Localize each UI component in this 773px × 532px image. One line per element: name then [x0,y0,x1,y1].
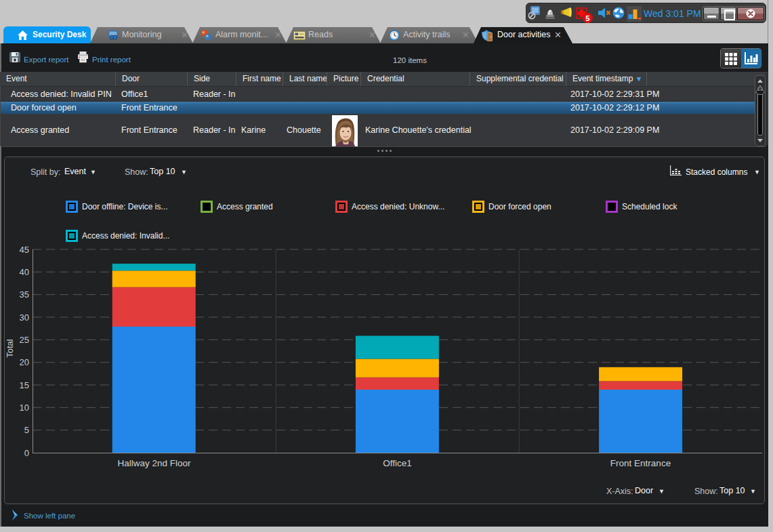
svg-text:5: 5 [24,425,29,435]
svg-text:45: 45 [20,245,29,255]
svg-text:40: 40 [20,267,29,277]
svg-text:5: 5 [585,14,590,22]
svg-text:Hallway 2nd Floor: Hallway 2nd Floor [117,458,191,468]
svg-text:10: 10 [20,403,29,413]
svg-text:35: 35 [20,289,29,300]
svg-text:15: 15 [20,380,29,390]
svg-text:30: 30 [20,312,29,323]
svg-text:Total: Total [5,339,15,358]
svg-text:20: 20 [20,357,29,367]
svg-text:25: 25 [20,335,29,345]
svg-text:0: 0 [24,448,29,458]
svg-text:Office1: Office1 [383,458,412,468]
svg-text:Front Entrance: Front Entrance [610,458,671,468]
